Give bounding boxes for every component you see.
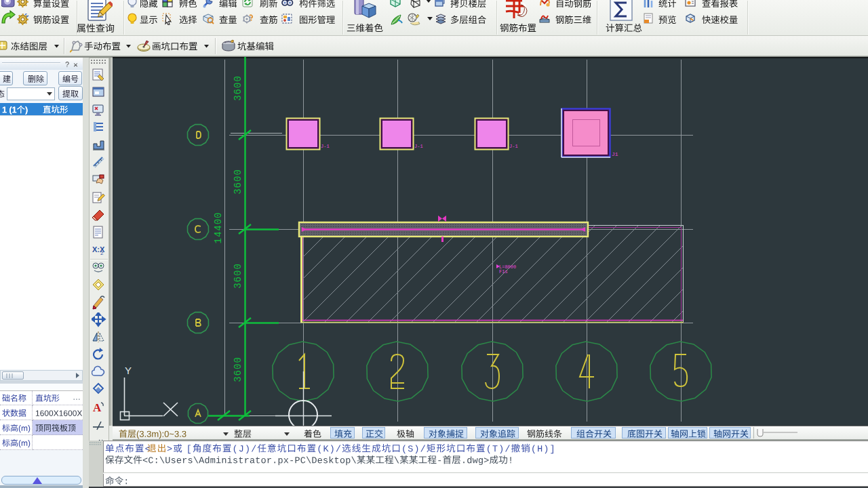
svg-text:3600: 3600 (233, 263, 243, 289)
svg-text:F1s: F1s (499, 269, 508, 274)
svg-text:2: 2 (100, 250, 104, 256)
svg-text:3600: 3600 (233, 75, 243, 101)
svg-text:J1: J1 (612, 151, 618, 157)
svg-text:J-1: J-1 (321, 144, 330, 149)
svg-text:3600: 3600 (233, 169, 243, 195)
svg-text:J-1: J-1 (414, 144, 423, 149)
svg-text:14400: 14400 (213, 211, 224, 243)
svg-text:A: A (93, 401, 102, 414)
svg-text:3600: 3600 (233, 357, 243, 382)
svg-text:Y: Y (125, 365, 132, 376)
svg-text:J-1: J-1 (509, 144, 518, 149)
